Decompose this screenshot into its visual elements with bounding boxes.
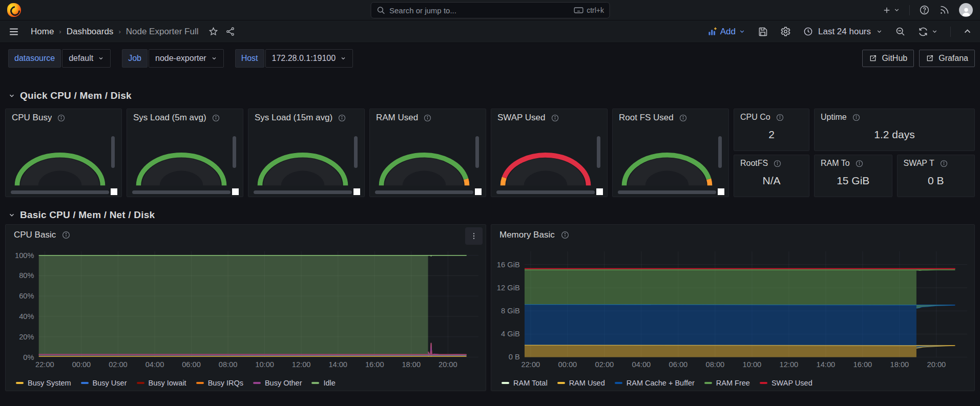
- horizontal-scrollbar[interactable]: [11, 190, 109, 194]
- help-icon[interactable]: [919, 5, 930, 15]
- info-icon[interactable]: [940, 159, 948, 168]
- info-icon[interactable]: [57, 114, 66, 122]
- info-icon[interactable]: [679, 114, 687, 122]
- panel-title[interactable]: SWAP Used: [497, 113, 546, 123]
- info-icon[interactable]: [551, 114, 559, 122]
- stat-panel-ram-to: RAM To15 GiB: [814, 155, 892, 197]
- horizontal-scrollbar[interactable]: [375, 190, 473, 194]
- panel-title[interactable]: Sys Load (15m avg): [255, 113, 332, 123]
- panel-memory-basic: Memory Basic 0 B4 GiB8 GiB12 GiB16 GiB22…: [491, 224, 975, 391]
- zoom-out-icon: [895, 26, 906, 37]
- divider: [909, 5, 910, 15]
- horizontal-scrollbar[interactable]: [254, 190, 352, 194]
- legend-item-busy-irqs[interactable]: Busy IRQs: [196, 379, 243, 387]
- legend-swatch: [311, 382, 319, 384]
- variable-value-dropdown[interactable]: node-exporter: [149, 49, 224, 68]
- news-icon[interactable]: [939, 5, 950, 15]
- refresh-button[interactable]: [918, 27, 938, 37]
- panel-title[interactable]: Sys Load (5m avg): [133, 113, 206, 123]
- chevron-down-icon: [931, 28, 938, 35]
- legend-item-ram-total[interactable]: RAM Total: [502, 379, 548, 387]
- vertical-scrollbar[interactable]: [233, 136, 236, 168]
- panel-title[interactable]: Memory Basic: [499, 230, 555, 240]
- legend-item-ram-free[interactable]: RAM Free: [704, 379, 750, 387]
- horizontal-scrollbar[interactable]: [618, 190, 716, 194]
- grafana-logo-icon[interactable]: [7, 3, 21, 17]
- horizontal-scrollbar[interactable]: [496, 190, 595, 194]
- vertical-scrollbar[interactable]: [718, 136, 722, 168]
- legend-item-busy-other[interactable]: Busy Other: [253, 379, 302, 387]
- legend-item-busy-iowait[interactable]: Busy Iowait: [137, 379, 186, 387]
- dashboard-settings-button[interactable]: [780, 26, 791, 37]
- legend-item-ram-used[interactable]: RAM Used: [557, 379, 605, 387]
- variable-value-dropdown[interactable]: default: [62, 49, 111, 68]
- horizontal-scrollbar[interactable]: [132, 190, 231, 194]
- panel-title[interactable]: RootFS: [740, 159, 768, 168]
- scrollbar-corner: [718, 188, 724, 195]
- info-icon[interactable]: [852, 113, 861, 122]
- vertical-scrollbar[interactable]: [111, 136, 115, 168]
- legend-item-ram-cache-buffer[interactable]: RAM Cache + Buffer: [615, 379, 695, 387]
- legend-item-busy-user[interactable]: Busy User: [81, 379, 127, 387]
- vertical-scrollbar[interactable]: [475, 136, 479, 168]
- nav-right-actions: [882, 3, 973, 17]
- panel-title[interactable]: RAM To: [821, 159, 850, 168]
- svg-text:02:00: 02:00: [595, 360, 614, 369]
- panel-title[interactable]: Uptime: [821, 113, 847, 122]
- panel-title[interactable]: Root FS Used: [619, 113, 674, 123]
- info-icon[interactable]: [338, 114, 346, 122]
- legend-item-swap-used[interactable]: SWAP Used: [760, 379, 812, 387]
- user-avatar[interactable]: [959, 3, 973, 17]
- share-icon[interactable]: [225, 27, 235, 36]
- vertical-scrollbar[interactable]: [597, 136, 600, 168]
- breadcrumb-home[interactable]: Home: [31, 27, 54, 37]
- legend-swatch: [81, 382, 89, 384]
- variable-value-dropdown[interactable]: 172.28.0.1:19100: [265, 49, 353, 68]
- search-shortcut: ctrl+k: [573, 5, 604, 15]
- gauge-panel-cpu-busy: CPU Busy: [5, 109, 122, 197]
- info-icon[interactable]: [855, 159, 864, 168]
- save-dashboard-button[interactable]: [758, 27, 768, 37]
- info-icon[interactable]: [776, 113, 784, 122]
- info-icon[interactable]: [773, 159, 782, 168]
- star-icon[interactable]: [208, 27, 218, 36]
- legend-item-busy-system[interactable]: Busy System: [16, 379, 71, 387]
- panel-title[interactable]: SWAP T: [904, 159, 934, 168]
- variable-label: datasource: [8, 49, 61, 68]
- svg-text:16 GiB: 16 GiB: [497, 261, 520, 269]
- zoom-out-time-button[interactable]: [895, 26, 906, 37]
- link-button-grafana[interactable]: Grafana: [919, 50, 975, 67]
- memory-basic-chart[interactable]: 0 B4 GiB8 GiB12 GiB16 GiB22:0000:0002:00…: [493, 246, 971, 370]
- time-range-picker[interactable]: Last 24 hours: [803, 27, 883, 37]
- refresh-icon: [918, 27, 928, 37]
- panel-title[interactable]: CPU Busy: [12, 113, 52, 123]
- gauge-panel-sys-load-5m-avg-: Sys Load (5m avg): [127, 109, 243, 197]
- info-icon[interactable]: [423, 114, 432, 122]
- panel-menu-icon[interactable]: [465, 227, 483, 245]
- info-icon[interactable]: [212, 114, 220, 122]
- panel-title[interactable]: CPU Basic: [14, 230, 56, 240]
- stat-panel-swap-t: SWAP T0 B: [897, 155, 975, 197]
- panel-title[interactable]: RAM Used: [376, 113, 418, 123]
- link-button-github[interactable]: GitHub: [862, 50, 914, 67]
- info-icon[interactable]: [560, 230, 570, 240]
- keyboard-icon: [573, 5, 583, 15]
- legend-item-idle[interactable]: Idle: [311, 379, 335, 387]
- breadcrumb-dashboards[interactable]: Dashboards: [67, 27, 114, 37]
- vertical-scrollbar[interactable]: [354, 136, 358, 168]
- panel-title[interactable]: CPU Co: [740, 113, 770, 122]
- svg-text:60%: 60%: [19, 292, 34, 300]
- info-icon[interactable]: [61, 230, 71, 240]
- scrollbar-corner: [232, 188, 239, 195]
- section-quick-cpu-mem-disk[interactable]: Quick CPU / Mem / Disk: [8, 90, 975, 101]
- svg-text:10:00: 10:00: [255, 360, 274, 369]
- section-basic-cpu-mem-net-disk[interactable]: Basic CPU / Mem / Net / Disk: [8, 209, 975, 221]
- collapse-toolbar-icon[interactable]: [963, 27, 972, 36]
- search-input[interactable]: Search or jump to... ctrl+k: [370, 2, 610, 18]
- new-button[interactable]: [882, 6, 900, 15]
- svg-text:0%: 0%: [23, 353, 34, 361]
- cpu-basic-chart[interactable]: 0%20%40%60%80%100%22:0000:0002:0004:0006…: [8, 246, 483, 370]
- grafana-dashboard: Search or jump to... ctrl+k: [0, 0, 980, 406]
- mega-menu-icon[interactable]: [8, 26, 19, 37]
- add-panel-button[interactable]: Add: [707, 27, 745, 37]
